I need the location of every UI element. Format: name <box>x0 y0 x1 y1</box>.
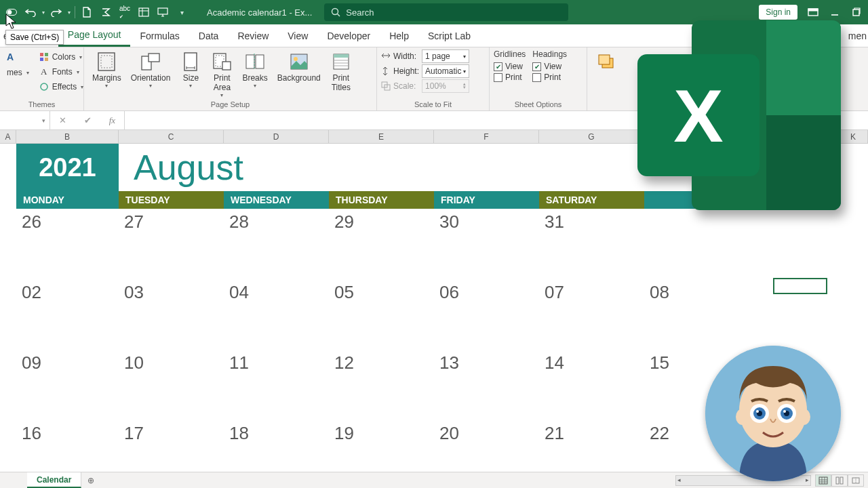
redo-button[interactable] <box>49 5 64 20</box>
fx-icon[interactable]: fx <box>109 115 115 126</box>
day-cell[interactable]: 27 <box>119 209 224 279</box>
col-k[interactable]: K <box>839 130 868 143</box>
bring-forward-cut[interactable] <box>591 49 621 74</box>
day-cell[interactable]: 09 <box>16 350 119 420</box>
day-cell[interactable]: 13 <box>434 350 539 420</box>
fonts-dropdown[interactable]: AFonts▾ <box>36 64 86 79</box>
day-cell[interactable]: 04 <box>224 279 329 350</box>
day-cell[interactable]: 11 <box>224 350 329 420</box>
page-layout-view-icon[interactable] <box>831 474 848 487</box>
day-cell[interactable]: 19 <box>329 420 434 472</box>
height-dropdown[interactable]: Automatic▾ <box>422 64 469 78</box>
day-cell[interactable]: 12 <box>329 350 434 420</box>
day-cell[interactable]: 17First Day of <box>119 420 224 472</box>
day-cell[interactable]: 16 <box>16 420 119 472</box>
tab-review[interactable]: Review <box>228 24 278 47</box>
autosum-icon[interactable] <box>98 5 113 20</box>
day-number: 07 <box>545 282 638 303</box>
svg-rect-10 <box>40 58 43 61</box>
headings-view-checkbox[interactable]: ✔View <box>532 62 567 71</box>
gridlines-view-checkbox[interactable]: ✔View <box>494 62 526 71</box>
search-box[interactable]: Search <box>324 3 568 21</box>
day-cell[interactable]: 26 <box>16 209 119 279</box>
day-number: 17 <box>124 423 218 444</box>
col-f[interactable]: F <box>434 130 539 143</box>
maximize-button[interactable] <box>850 6 863 18</box>
dow-thu[interactable]: THURSDAY <box>329 191 434 209</box>
orientation-button[interactable]: Orientation▾ <box>127 49 175 89</box>
colors-dropdown[interactable]: Colors▾ <box>36 49 86 64</box>
minimize-button[interactable] <box>829 6 841 18</box>
day-number: 30 <box>439 211 533 232</box>
effects-icon <box>39 81 50 92</box>
day-cell[interactable]: 06 <box>434 279 539 350</box>
tab-help[interactable]: Help <box>380 24 418 47</box>
gridlines-print-checkbox[interactable]: Print <box>494 73 526 82</box>
col-e[interactable]: E <box>329 130 434 143</box>
col-d[interactable]: D <box>224 130 329 143</box>
enter-icon[interactable]: ✔ <box>84 115 92 125</box>
day-cell[interactable]: 10 <box>119 350 224 420</box>
dow-sat[interactable]: SATURDAY <box>539 191 644 209</box>
draw-table-icon[interactable] <box>136 5 151 20</box>
headings-print-checkbox[interactable]: Print <box>532 73 567 82</box>
day-cell[interactable]: 31 <box>539 209 644 279</box>
day-cell[interactable]: 07 <box>539 279 644 350</box>
day-cell[interactable]: 03 <box>119 279 224 350</box>
undo-button[interactable] <box>23 5 38 20</box>
day-cell[interactable]: 30 <box>434 209 539 279</box>
size-button[interactable]: Size▾ <box>176 49 205 89</box>
year-cell[interactable]: 2021 <box>16 144 119 191</box>
print-area-button[interactable]: Print Area▾ <box>207 49 237 98</box>
width-dropdown[interactable]: 1 page▾ <box>422 49 469 63</box>
tab-page-layout[interactable]: Page Layout <box>58 24 131 47</box>
new-sheet-button[interactable]: ⊕ <box>81 476 100 485</box>
dow-wed[interactable]: WEDNESDAY <box>224 191 329 209</box>
day-cell[interactable]: 08 <box>644 279 751 350</box>
day-cell[interactable]: 05 <box>329 279 434 350</box>
page-break-view-icon[interactable] <box>848 474 864 487</box>
qat-customize[interactable]: ▾ <box>174 5 189 20</box>
col-a[interactable]: A <box>0 130 16 143</box>
effects-dropdown[interactable]: Effects▾ <box>36 79 86 94</box>
spellcheck-icon[interactable]: abc✔ <box>117 5 132 20</box>
screen-icon[interactable] <box>155 5 170 20</box>
tab-developer[interactable]: Developer <box>317 24 380 47</box>
tab-script-lab[interactable]: Script Lab <box>418 24 480 47</box>
tab-view[interactable]: View <box>278 24 317 47</box>
themes-mes-cut[interactable]: mes▾ <box>4 65 32 80</box>
group-themes: A mes▾ Colors▾ AFonts▾ Effects▾ Themes <box>0 47 84 110</box>
day-cell[interactable]: 18 <box>224 420 329 472</box>
margins-button[interactable]: Margins▾ <box>88 49 125 89</box>
day-cell[interactable]: 02 <box>16 279 119 350</box>
dow-tue[interactable]: TUESDAY <box>119 191 224 209</box>
autosave-toggle[interactable] <box>4 5 19 20</box>
print-titles-button[interactable]: Print Titles <box>326 49 356 94</box>
dow-fri[interactable]: FRIDAY <box>434 191 539 209</box>
col-b[interactable]: B <box>16 130 119 143</box>
height-label: Height: <box>393 66 419 76</box>
background-button[interactable]: Background <box>273 49 325 85</box>
cancel-icon[interactable]: ✕ <box>59 115 66 125</box>
dow-mon[interactable]: MONDAY <box>16 191 119 209</box>
ribbon-display-icon[interactable] <box>807 6 819 18</box>
sheet-tab-calendar[interactable]: Calendar <box>27 472 81 488</box>
name-box[interactable] <box>0 111 50 129</box>
day-cell[interactable]: 14 <box>539 350 644 420</box>
day-cell[interactable]: 20 <box>434 420 539 472</box>
col-g[interactable]: G <box>539 130 644 143</box>
tab-data[interactable]: Data <box>189 24 229 47</box>
day-cell[interactable]: 21Assembly 10:00 <box>539 420 644 472</box>
tab-comments-cut[interactable]: men <box>846 24 868 47</box>
day-cell[interactable]: 28 <box>224 209 329 279</box>
breaks-button[interactable]: Breaks▾ <box>238 49 271 89</box>
new-file-icon[interactable] <box>79 5 94 20</box>
tab-formulas[interactable]: Formulas <box>130 24 189 47</box>
signin-button[interactable]: Sign in <box>759 5 797 20</box>
svg-point-38 <box>797 409 810 425</box>
day-cell[interactable]: 29 <box>329 209 434 279</box>
day-number: 04 <box>229 282 323 303</box>
themes-aa-cut[interactable]: A <box>4 49 32 64</box>
col-c[interactable]: C <box>119 130 224 143</box>
normal-view-icon[interactable] <box>815 474 831 487</box>
